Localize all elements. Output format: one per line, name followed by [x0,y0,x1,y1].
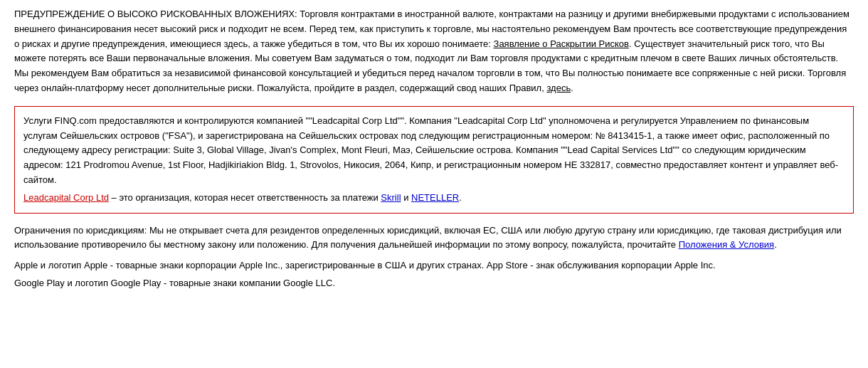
leadcapital-payment-text: Leadcapital Corp Ltd – это организация, … [23,191,845,206]
risk-disclosure-link[interactable]: Заявление о Раскрытии Рисков [494,38,629,49]
leadcapital-text: Услуги FINQ.com предоставляются и контро… [23,114,845,188]
neteller-link[interactable]: NETELLER [411,192,459,203]
payment-text-mid: – это организация, которая несет ответст… [109,192,381,203]
jurisdiction-paragraph: Ограничения по юрисдикциям: Мы не открыв… [14,224,854,253]
warning-text-part3: . [571,83,573,93]
rules-link[interactable]: здесь [546,83,571,93]
leadcapital-info-box: Услуги FINQ.com предоставляются и контро… [14,106,854,214]
google-paragraph: Google Play и логотип Google Play - това… [14,276,854,291]
jurisdiction-text-part2: . [774,239,777,250]
warning-paragraph: ПРЕДУПРЕЖДЕНИЕ О ВЫСОКО РИСКОВАННЫХ ВЛОЖ… [14,7,854,96]
terms-link[interactable]: Положения & Условия [679,239,774,250]
warning-section: ПРЕДУПРЕЖДЕНИЕ О ВЫСОКО РИСКОВАННЫХ ВЛОЖ… [14,7,854,96]
skrill-link[interactable]: Skrill [381,192,401,203]
payment-text-suffix: . [459,192,462,203]
leadcapital-link[interactable]: Leadcapital Corp Ltd [23,192,109,203]
google-text: Google Play и логотип Google Play - това… [14,278,335,288]
leadcapital-main-text: Услуги FINQ.com предоставляются и контро… [23,115,838,185]
apple-paragraph: Apple и логотип Apple - товарные знаки к… [14,258,854,273]
and-text: и [401,192,412,203]
apple-text: Apple и логотип Apple - товарные знаки к… [14,260,716,270]
jurisdiction-section: Ограничения по юрисдикциям: Мы не открыв… [14,224,854,291]
